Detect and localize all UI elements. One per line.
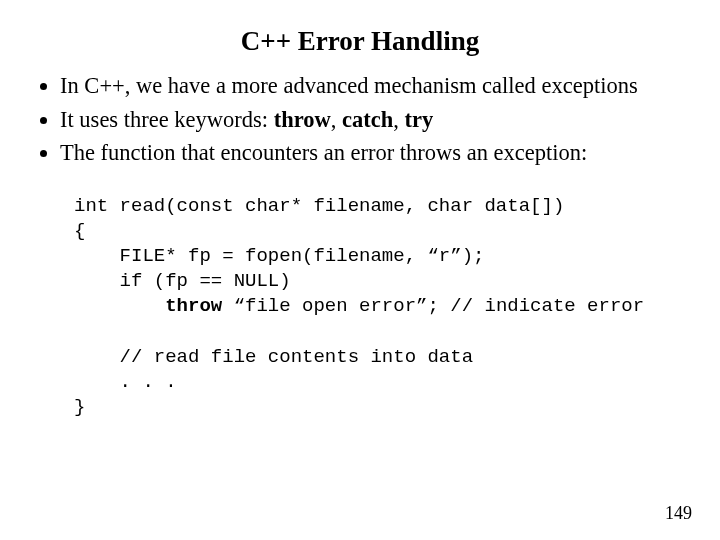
code-line: int read(const char* filename, char data… <box>74 195 564 217</box>
slide: C++ Error Handling In C++, we have a mor… <box>0 0 720 540</box>
separator: , <box>331 107 342 132</box>
slide-title: C++ Error Handling <box>32 26 688 57</box>
keyword-throw: throw <box>274 107 331 132</box>
page-number: 149 <box>665 503 692 524</box>
bullet-item: In C++, we have a more advanced mechanis… <box>60 71 688 101</box>
code-block: int read(const char* filename, char data… <box>74 194 688 420</box>
code-line: { <box>74 220 85 242</box>
bullet-text: It uses three keywords: <box>60 107 274 132</box>
bullet-item: The function that encounters an error th… <box>60 138 688 168</box>
code-line: if (fp == NULL) <box>74 270 291 292</box>
keyword-try: try <box>405 107 434 132</box>
code-line: FILE* fp = fopen(filename, “r”); <box>74 245 484 267</box>
code-line: } <box>74 396 85 418</box>
code-line: // read file contents into data <box>74 346 473 368</box>
bullet-list: In C++, we have a more advanced mechanis… <box>32 71 688 168</box>
separator: , <box>393 107 404 132</box>
keyword-throw-code: throw <box>165 295 222 317</box>
code-line: . . . <box>74 371 177 393</box>
code-line: throw “file open error”; // indicate err… <box>74 295 644 317</box>
bullet-item: It uses three keywords: throw, catch, tr… <box>60 105 688 135</box>
keyword-catch: catch <box>342 107 393 132</box>
